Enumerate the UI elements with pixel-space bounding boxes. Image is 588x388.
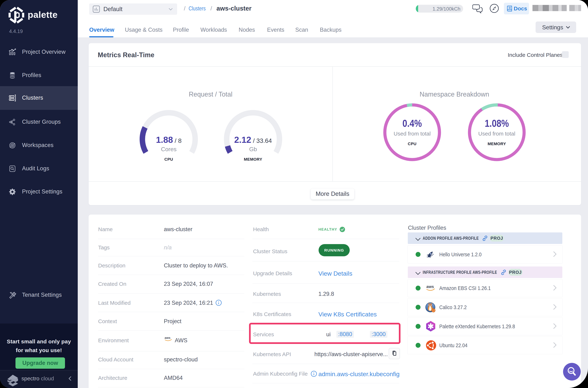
svg-text:aws: aws — [426, 284, 434, 289]
svg-text:aws: aws — [165, 336, 170, 340]
